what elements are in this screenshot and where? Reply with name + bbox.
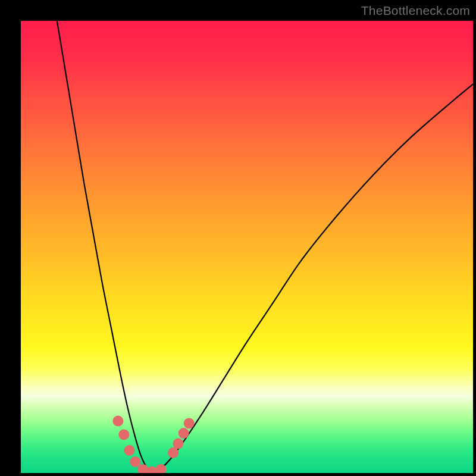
chart-frame: TheBottleneck.com [0,0,476,476]
curve-marker [173,439,183,449]
curve-marker [112,416,123,427]
watermark-text: TheBottleneck.com [361,4,470,18]
curve-marker [118,429,129,440]
curve-marker [178,428,189,439]
chart-svg [21,21,473,473]
curve-marker [124,445,134,456]
curve-marker [184,418,195,428]
plot-area [21,21,473,473]
curve-markers [112,416,194,473]
curve-marker [130,456,140,467]
bottleneck-curve [57,21,473,473]
curve-marker [168,447,178,458]
